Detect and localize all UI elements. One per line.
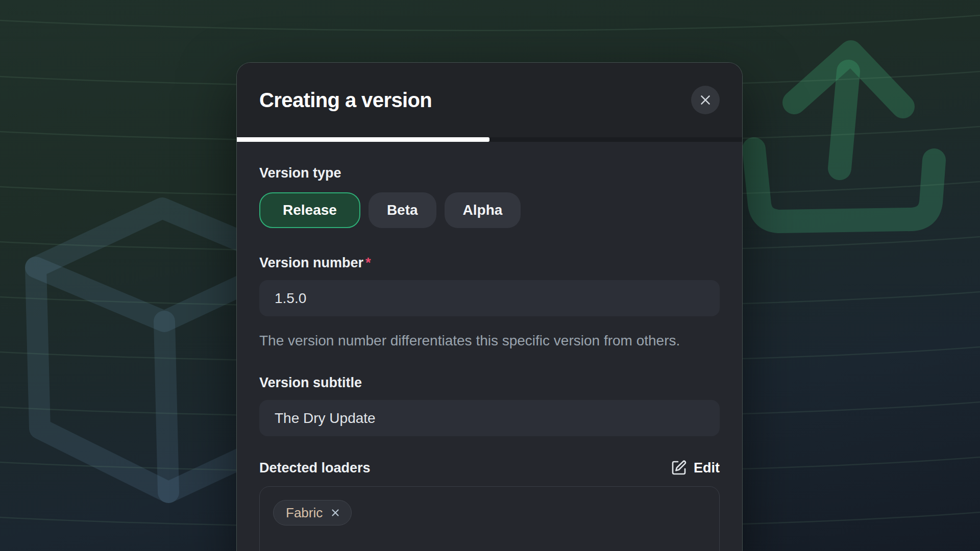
modal-title: Creating a version (259, 89, 432, 112)
detected-loaders-label: Detected loaders (259, 460, 371, 476)
detected-loaders-row: Detected loaders Edit (259, 460, 720, 476)
x-icon (330, 507, 341, 518)
modal-body: Version type Release Beta Alpha Version … (237, 142, 742, 551)
version-type-field: Version type Release Beta Alpha (259, 165, 720, 228)
loader-chip-label: Fabric (286, 505, 323, 521)
version-subtitle-field: Version subtitle (259, 374, 720, 436)
version-type-release-button[interactable]: Release (259, 192, 360, 228)
version-number-label: Version number* (259, 255, 720, 271)
version-subtitle-input[interactable] (259, 400, 720, 436)
required-asterisk: * (365, 255, 371, 270)
version-type-label: Version type (259, 165, 720, 181)
edit-button[interactable]: Edit (671, 460, 720, 476)
edit-button-label: Edit (694, 460, 720, 476)
chip-remove-button[interactable] (330, 507, 341, 518)
close-button[interactable] (691, 86, 720, 114)
loader-chip-fabric: Fabric (273, 500, 352, 525)
version-type-beta-button[interactable]: Beta (369, 192, 436, 228)
version-number-help: The version number differentiates this s… (259, 330, 688, 352)
pencil-square-icon (671, 460, 687, 476)
create-version-modal: Creating a version Version type Release … (236, 62, 743, 551)
screen: Creating a version Version type Release … (0, 0, 980, 551)
version-number-input[interactable] (259, 280, 720, 316)
progress-fill (237, 137, 489, 142)
x-icon (699, 93, 712, 107)
version-type-alpha-button[interactable]: Alpha (445, 192, 521, 228)
progress-track (237, 137, 742, 142)
modal-header: Creating a version (237, 63, 742, 137)
version-type-options: Release Beta Alpha (259, 192, 720, 228)
version-subtitle-label: Version subtitle (259, 374, 720, 391)
version-number-field: Version number* The version number diffe… (259, 255, 720, 352)
detected-loaders-box: Fabric (259, 486, 720, 551)
